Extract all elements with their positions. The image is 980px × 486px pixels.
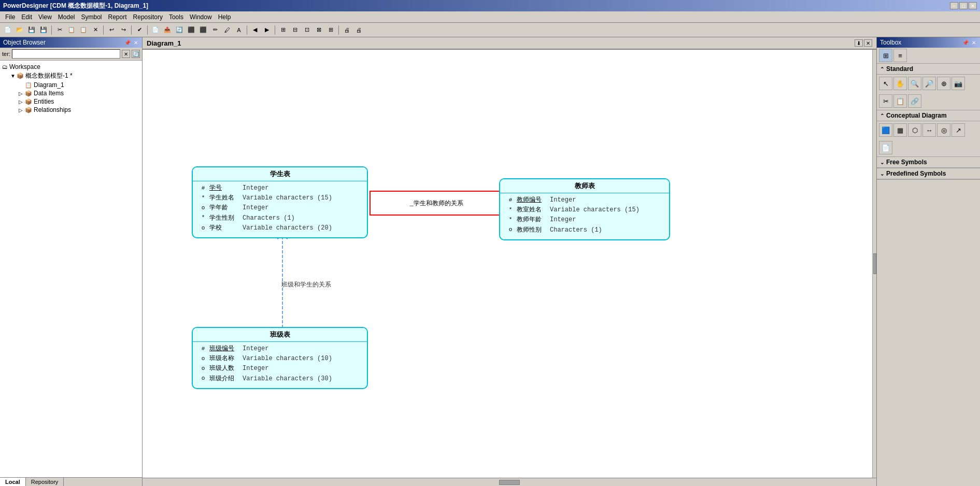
toolbox-standard-header[interactable]: ⌃ Standard (877, 64, 980, 75)
open-button[interactable]: 📂 (14, 24, 25, 36)
tb-btn-15[interactable]: ⊞ (277, 24, 289, 36)
tb-btn-11[interactable]: 🖊 (221, 24, 233, 36)
zoom-in-tool[interactable]: 🔍 (908, 77, 921, 90)
tree-workspace[interactable]: 🗂 Workspace (1, 63, 141, 71)
toolbox-free-header[interactable]: ⌄ Free Symbols (877, 157, 980, 168)
pin-button[interactable]: 📌 (123, 40, 132, 46)
undo-button[interactable]: ↩ (106, 24, 117, 36)
zoom-fit-tool[interactable]: ⊕ (937, 77, 950, 90)
tb-btn-19[interactable]: ⊞ (325, 24, 336, 36)
save-button[interactable]: 💾 (26, 24, 37, 36)
canvas-content: 学生表 # 学号 Integer * 学生姓名 Variable charact… (143, 50, 661, 454)
hand-tool[interactable]: ✋ (893, 77, 907, 90)
teacher-entity[interactable]: 教师表 # 教师编号 Integer * 教室姓名 Variable chara… (499, 178, 670, 240)
redo-button[interactable]: ↪ (118, 24, 129, 36)
toggle3[interactable]: ▷ (19, 91, 25, 96)
tab-local[interactable]: Local (0, 478, 26, 486)
list-view-button[interactable]: ≡ (893, 49, 907, 62)
close-button[interactable]: ✕ (969, 2, 977, 9)
tab-repository[interactable]: Repository (26, 478, 64, 486)
teacher-field-4: 教师性别 (517, 225, 548, 235)
check-button[interactable]: ✔ (134, 24, 145, 36)
tree-model[interactable]: ▼ 📦 概念数据模型-1 * (1, 71, 141, 81)
toolbox-conceptual-header[interactable]: ⌃ Conceptual Diagram (877, 110, 980, 121)
toolbox-predefined-header[interactable]: ⌄ Predefined Symbols (877, 168, 980, 179)
tree-relationships[interactable]: ▷ 📦 Relationships (1, 106, 141, 114)
filter-refresh-button[interactable]: 🔄 (132, 50, 140, 58)
link-tool[interactable]: 🔗 (908, 94, 921, 108)
menu-item-repository[interactable]: Repository (130, 12, 166, 22)
v-scroll-thumb[interactable] (873, 253, 876, 274)
menu-item-report[interactable]: Report (105, 12, 130, 22)
table-tool[interactable]: ▦ (893, 123, 907, 137)
diagram-close-button[interactable]: ✕ (864, 39, 872, 47)
copy-button[interactable]: 📋 (66, 24, 77, 36)
sep5 (247, 25, 247, 35)
page-tool[interactable]: 📄 (879, 141, 892, 154)
close-panel-button[interactable]: ✕ (133, 40, 139, 46)
menu-item-edit[interactable]: Edit (18, 12, 35, 22)
cut-tool[interactable]: ✂ (879, 94, 892, 108)
teacher-marker-2: * (506, 206, 515, 215)
tb-btn-8[interactable]: ⬛ (186, 24, 197, 36)
tb-btn-5[interactable]: 📄 (150, 24, 161, 36)
tb-btn-16[interactable]: ⊟ (289, 24, 301, 36)
entity-tool[interactable]: 🟦 (879, 123, 892, 137)
paste-button[interactable]: 📋 (78, 24, 89, 36)
menu-item-model[interactable]: Model (55, 12, 78, 22)
tb-btn-9[interactable]: ⬛ (197, 24, 209, 36)
zoom-out-tool[interactable]: 🔎 (922, 77, 936, 90)
tb-btn-17[interactable]: ⊡ (301, 24, 313, 36)
toggle5[interactable]: ▷ (19, 107, 25, 113)
toggle4[interactable]: ▷ (19, 99, 25, 105)
toggle1[interactable]: ▼ (10, 73, 17, 79)
capture-tool[interactable]: 📷 (951, 77, 965, 90)
menu-item-symbol[interactable]: Symbol (78, 12, 105, 22)
menu-item-tools[interactable]: Tools (166, 12, 187, 22)
tree-data-items[interactable]: ▷ 📦 Data Items (1, 89, 141, 97)
student-type-3: Integer (243, 203, 268, 213)
h-scroll-thumb[interactable] (499, 480, 520, 485)
note-tool[interactable]: ↗ (951, 123, 965, 137)
tb-btn-7[interactable]: 🔄 (174, 24, 185, 36)
student-teacher-rel-box[interactable]: _学生和教师的关系 (370, 191, 503, 216)
tree-diagram[interactable]: 📋 Diagram_1 (1, 81, 141, 89)
tb-btn-20[interactable]: 🖨 (341, 24, 352, 36)
class-type-3: Integer (243, 364, 268, 374)
toolbox-view-toggle: ⊞ ≡ (877, 48, 980, 64)
tb-btn-13[interactable]: ◀ (249, 24, 261, 36)
rel-tool[interactable]: ↔ (922, 123, 936, 137)
student-entity[interactable]: 学生表 # 学号 Integer * 学生姓名 Variable charact… (192, 166, 368, 238)
tb-btn-18[interactable]: ⊠ (313, 24, 324, 36)
menu-item-file[interactable]: File (2, 12, 18, 22)
toolbox-pin-button[interactable]: 📌 (961, 40, 970, 46)
object-browser-header: Object Browser 📌 ✕ (0, 37, 142, 48)
pointer-tool[interactable]: ↖ (879, 77, 892, 90)
delete-button[interactable]: ✕ (90, 24, 101, 36)
tb-btn-14[interactable]: ▶ (261, 24, 273, 36)
minimize-button[interactable]: − (950, 2, 958, 9)
toolbox-close-button[interactable]: ✕ (971, 40, 977, 46)
menu-item-help[interactable]: Help (215, 12, 234, 22)
menu-item-view[interactable]: View (35, 12, 55, 22)
copy-tool[interactable]: 📋 (893, 94, 907, 108)
tree-entities[interactable]: ▷ 📦 Entities (1, 97, 141, 106)
v-scrollbar[interactable] (872, 50, 876, 478)
menu-item-window[interactable]: Window (187, 12, 215, 22)
inherit-tool[interactable]: ⬡ (908, 123, 921, 137)
save-all-button[interactable]: 💾 (38, 24, 49, 36)
grid-view-button[interactable]: ⊞ (879, 49, 892, 62)
diagram-canvas[interactable]: 学生表 # 学号 Integer * 学生姓名 Variable charact… (143, 50, 876, 478)
filter-input[interactable] (12, 49, 120, 59)
tb-btn-10[interactable]: ✏ (209, 24, 221, 36)
tb-btn-21[interactable]: 🖨 (353, 24, 364, 36)
class-entity[interactable]: 班级表 # 班级编号 Integer o 班级名称 Variable chara… (192, 327, 368, 389)
diagram-menu-button[interactable]: ⬇ (855, 39, 863, 47)
tb-btn-6[interactable]: 📤 (162, 24, 173, 36)
maximize-button[interactable]: □ (959, 2, 968, 9)
new-button[interactable]: 📄 (2, 24, 13, 36)
tb-btn-12[interactable]: A (233, 24, 245, 36)
filter-clear-button[interactable]: ✕ (122, 50, 130, 58)
assoc-tool[interactable]: ◎ (937, 123, 950, 137)
cut-button[interactable]: ✂ (54, 24, 65, 36)
